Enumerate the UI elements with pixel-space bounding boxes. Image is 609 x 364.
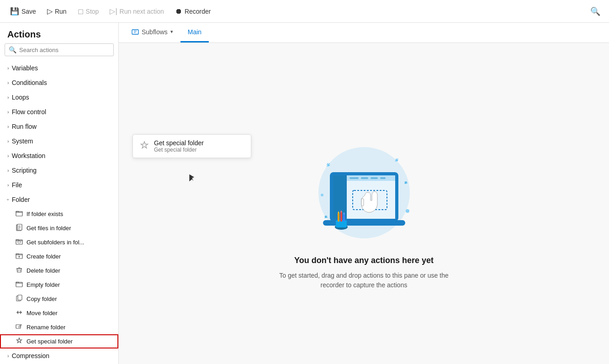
delete-folder-icon (16, 266, 23, 275)
chevron-down-icon: › (5, 199, 11, 200)
recorder-icon: ⏺ (175, 7, 182, 16)
search-icon: 🔍 (590, 6, 600, 16)
chevron-right-icon: › (7, 95, 9, 100)
sidebar-item-compression[interactable]: › Compression (0, 348, 118, 363)
drag-preview-item[interactable]: Get special folder Get special folder (132, 134, 251, 158)
subflows-icon (132, 28, 139, 36)
tab-subflows[interactable]: Subflows ▾ (124, 23, 180, 42)
svg-rect-4 (18, 241, 21, 243)
files-icon (16, 224, 23, 232)
chevron-right-icon: › (7, 124, 9, 129)
run-icon: ▷ (47, 7, 53, 16)
svg-rect-10 (132, 30, 138, 34)
svg-point-12 (406, 209, 409, 213)
sidebar-subitem-copy-folder[interactable]: Copy folder (0, 292, 118, 306)
sidebar-item-run-flow[interactable]: › Run flow (0, 119, 118, 134)
chevron-down-icon: ▾ (170, 29, 173, 35)
svg-rect-25 (361, 199, 364, 206)
sidebar-item-system[interactable]: › System (0, 134, 118, 148)
sidebar-item-loops[interactable]: › Loops (0, 90, 118, 105)
sidebar-subitem-empty-folder[interactable]: Empty folder (0, 278, 118, 292)
empty-folder-icon (16, 280, 23, 289)
rename-folder-icon (16, 323, 23, 332)
sidebar-item-conditionals[interactable]: › Conditionals (0, 75, 118, 90)
sidebar-item-workstation[interactable]: › Workstation (0, 148, 118, 163)
svg-rect-30 (343, 214, 345, 222)
create-folder-icon (16, 252, 23, 261)
chevron-right-icon: › (7, 65, 9, 71)
sidebar-subitem-create-folder[interactable]: Create folder (0, 249, 118, 264)
sidebar-scroll: › Variables › Conditionals › Loops › Flo… (0, 61, 118, 364)
recorder-button[interactable]: ⏺ Recorder (170, 5, 216, 18)
sidebar-subitem-move-folder[interactable]: Move folder (0, 306, 118, 320)
sidebar-subitem-if-folder-exists[interactable]: If folder exists (0, 207, 118, 221)
move-folder-icon (16, 309, 23, 317)
svg-rect-8 (18, 295, 22, 300)
star-drag-icon (139, 140, 149, 153)
stop-icon: ◻ (78, 7, 84, 16)
sidebar-title: Actions (0, 23, 118, 43)
sidebar-subitem-get-files-in-folder[interactable]: Get files in folder (0, 221, 118, 235)
main-layout: Actions 🔍 › Variables › Conditionals › L… (0, 23, 609, 364)
toolbar-search-button[interactable]: 🔍 (587, 3, 604, 20)
star-icon (16, 337, 23, 346)
svg-rect-23 (380, 177, 386, 179)
svg-point-13 (321, 194, 323, 196)
chevron-right-icon: › (7, 353, 9, 359)
search-input[interactable] (19, 47, 110, 53)
sidebar-item-variables[interactable]: › Variables (0, 61, 118, 75)
folder-sub-items: If folder exists Get files in folder (0, 207, 118, 348)
run-next-icon: ▷| (110, 7, 117, 16)
chevron-right-icon: › (7, 80, 9, 85)
svg-rect-22 (371, 177, 378, 179)
chevron-right-icon: › (7, 138, 9, 144)
toolbar: 💾 Save ▷ Run ◻ Stop ▷| Run next action ⏺… (0, 0, 609, 23)
chevron-right-icon: › (7, 182, 9, 188)
drop-canvas[interactable]: Get special folder Get special folder (119, 43, 609, 364)
svg-rect-17 (333, 175, 347, 219)
copy-folder-icon (16, 295, 23, 303)
run-button[interactable]: ▷ Run (42, 4, 71, 18)
tabs-bar: Subflows ▾ Main (119, 23, 609, 43)
chevron-right-icon: › (7, 153, 9, 158)
svg-rect-28 (338, 213, 339, 222)
search-icon: 🔍 (9, 46, 16, 53)
sidebar-subitem-rename-folder[interactable]: Rename folder (0, 320, 118, 334)
run-next-action-button[interactable]: ▷| Run next action (105, 4, 168, 18)
sidebar-item-scripting[interactable]: › Scripting (0, 163, 118, 178)
content-area: Subflows ▾ Main Get special folder Get s… (119, 23, 609, 364)
tab-main[interactable]: Main (180, 23, 209, 42)
sidebar-item-folder[interactable]: › Folder (0, 192, 118, 207)
sidebar-subitem-get-special-folder[interactable]: Get special folder (0, 334, 118, 348)
illustration (300, 145, 428, 247)
search-box: 🔍 (5, 43, 114, 56)
svg-rect-20 (350, 177, 359, 179)
stop-button[interactable]: ◻ Stop (73, 4, 104, 18)
sidebar-subitem-get-subfolders[interactable]: Get subfolders in fol... (0, 235, 118, 249)
folder-icon (16, 210, 23, 218)
empty-state: You don't have any actions here yet To g… (268, 70, 460, 364)
chevron-right-icon: › (7, 168, 9, 173)
drag-preview-text: Get special folder Get special folder (154, 139, 204, 153)
svg-rect-21 (361, 177, 368, 179)
chevron-right-icon: › (7, 109, 9, 115)
sidebar-item-file[interactable]: › File (0, 178, 118, 192)
drag-cursor (186, 173, 197, 187)
save-icon: 💾 (10, 7, 19, 16)
subfolders-icon (16, 238, 23, 247)
sidebar: Actions 🔍 › Variables › Conditionals › L… (0, 23, 119, 364)
empty-state-description: To get started, drag and drop actions to… (277, 271, 451, 290)
sidebar-item-flow-control[interactable]: › Flow control (0, 105, 118, 119)
sidebar-subitem-delete-folder[interactable]: Delete folder (0, 264, 118, 278)
empty-state-title: You don't have any actions here yet (294, 256, 434, 265)
svg-rect-29 (340, 212, 342, 222)
save-button[interactable]: 💾 Save (5, 4, 41, 18)
